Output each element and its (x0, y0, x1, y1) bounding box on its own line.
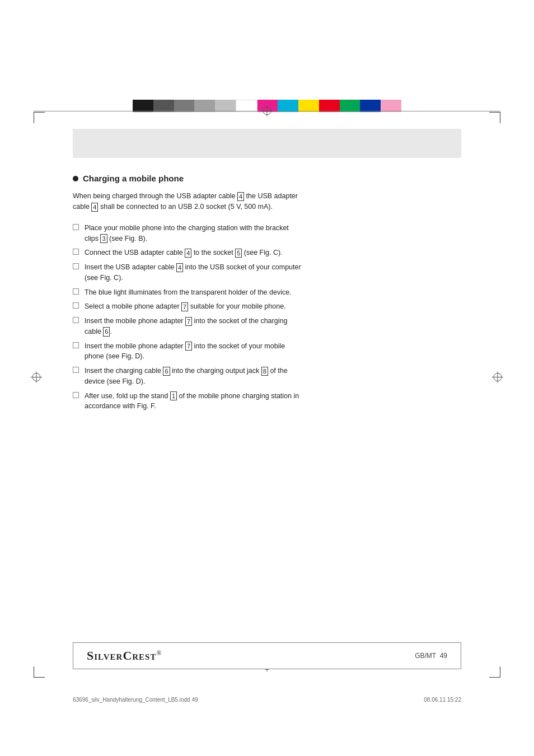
trademark-symbol: ® (156, 649, 162, 657)
list-item: Insert the mobile phone adapter 7 into t… (73, 316, 461, 337)
page-content: Charging a mobile phone When being charg… (73, 129, 461, 655)
ref-4b: 4 (91, 203, 98, 212)
checkbox-icon (73, 392, 79, 398)
ref-8: 8 (261, 367, 268, 376)
ref-4: 4 (185, 249, 191, 258)
reg-mark-left (31, 372, 42, 385)
checkbox-icon (73, 288, 79, 295)
checkbox-icon (73, 367, 79, 373)
crop-mark-tr (485, 112, 500, 128)
list-item: Insert the charging cable 6 into the cha… (73, 366, 461, 387)
page-info: GB/MT 49 (415, 652, 447, 660)
ref-7: 7 (185, 342, 192, 351)
list-item-text: Insert the charging cable 6 into the cha… (85, 366, 303, 387)
list-item-text: The blue light illuminates from the tran… (85, 287, 292, 298)
dark-gray-segment (153, 100, 174, 112)
light-gray-segment (194, 100, 215, 112)
ref-4a: 4 (237, 192, 244, 201)
list-item: Select a mobile phone adapter 7 suitable… (73, 301, 461, 312)
list-item: Connect the USB adapter cable 4 to the s… (73, 248, 461, 258)
locale-text: GB/MT (415, 652, 436, 660)
list-item: Place your mobile phone into the chargin… (73, 223, 461, 244)
checkbox-icon (73, 224, 79, 230)
blue-segment (360, 100, 381, 112)
list-item: Insert the USB adapter cable 4 into the … (73, 262, 461, 283)
list-item-text: Insert the mobile phone adapter 7 into t… (85, 316, 303, 337)
list-item-text: Insert the mobile phone adapter 7 into t… (85, 341, 303, 362)
yellow-segment (298, 100, 319, 112)
reg-mark-right (492, 372, 503, 385)
white-segment (236, 100, 257, 112)
ref-7: 7 (185, 317, 192, 326)
gray-box (73, 129, 461, 158)
checkbox-icon (73, 342, 79, 348)
footer-box-wrapper: SilverCrest® GB/MT 49 (73, 642, 461, 669)
list-item: The blue light illuminates from the tran… (73, 287, 461, 298)
red-segment (319, 100, 340, 112)
list-item-text: Connect the USB adapter cable 4 to the s… (85, 248, 283, 258)
list-item-text: After use, fold up the stand 1 of the mo… (85, 391, 303, 412)
instruction-list: Place your mobile phone into the chargin… (73, 223, 461, 412)
ref-7: 7 (181, 302, 188, 311)
intro-paragraph: When being charged through the USB adapt… (73, 191, 308, 213)
black-segment (133, 100, 153, 112)
brand-name: SilverCrest® (87, 648, 162, 663)
mid-gray-segment (174, 100, 195, 112)
bullet-icon (73, 176, 78, 181)
file-info-right: 08.06.11 15:22 (424, 697, 461, 703)
list-item: After use, fold up the stand 1 of the mo… (73, 391, 461, 412)
footer-box: SilverCrest® GB/MT 49 (73, 642, 461, 669)
cyan-segment (278, 100, 298, 112)
ref-6: 6 (103, 327, 110, 336)
ref-5: 5 (235, 249, 242, 258)
checkbox-icon (73, 249, 79, 255)
ref-6: 6 (163, 367, 170, 376)
brand-text: SilverCrest (87, 648, 156, 662)
section-heading: Charging a mobile phone (73, 174, 461, 183)
file-footer: 63696_silv_Handyhalterung_Content_LB5.in… (73, 697, 461, 703)
list-item-text: Place your mobile phone into the chargin… (85, 223, 303, 244)
crop-mark-br (485, 662, 500, 678)
green-segment (340, 100, 360, 112)
checkbox-icon (73, 302, 79, 309)
pink-segment (381, 100, 401, 112)
ref-1: 1 (170, 391, 177, 400)
page-number: 49 (440, 652, 447, 660)
checkbox-icon (73, 317, 79, 323)
ref-4: 4 (176, 263, 183, 272)
list-item: Insert the mobile phone adapter 7 into t… (73, 341, 461, 362)
file-info-left: 63696_silv_Handyhalterung_Content_LB5.in… (73, 697, 198, 703)
ref-3: 3 (100, 234, 107, 243)
list-item-text: Select a mobile phone adapter 7 suitable… (85, 301, 286, 312)
list-item-text: Insert the USB adapter cable 4 into the … (85, 262, 303, 283)
checkbox-icon (73, 263, 79, 269)
crop-mark-bl (34, 662, 49, 678)
section-title: Charging a mobile phone (83, 174, 184, 183)
lighter-gray-segment (215, 100, 236, 112)
reg-mark-top (261, 105, 273, 118)
crop-mark-tl (34, 112, 49, 128)
